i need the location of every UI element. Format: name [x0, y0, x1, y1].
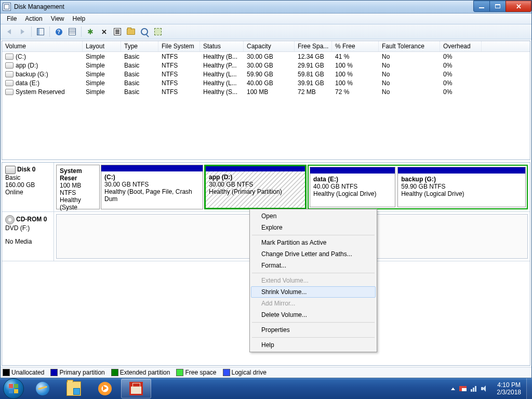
cdrom-label[interactable]: CD-ROM 0 DVD (F:) No Media [2, 212, 54, 261]
disk-state: Online [5, 189, 50, 196]
col-filesystem[interactable]: File System [158, 41, 200, 51]
cm-open[interactable]: Open [251, 210, 376, 222]
cm-shrink-volume[interactable]: Shrink Volume... [251, 286, 376, 298]
start-button[interactable] [3, 378, 24, 399]
part-status: Healthy (Logical Drive) [401, 190, 464, 197]
back-button[interactable] [3, 25, 15, 38]
action-center-icon[interactable] [459, 386, 467, 391]
context-menu[interactable]: Open Explore Mark Partition as Active Ch… [249, 209, 377, 352]
forward-button[interactable] [16, 25, 29, 38]
volume-list-header[interactable]: Volume Layout Type File System Status Ca… [2, 41, 530, 52]
part-name: (C:) [104, 174, 115, 181]
part-name: app (D:) [209, 174, 232, 181]
partition-e[interactable]: data (E:) 40.00 GB NTFS Healthy (Logical… [310, 167, 395, 207]
toolbar-separator [81, 26, 82, 37]
drive-icon [5, 80, 14, 86]
partition-header [398, 167, 525, 174]
col-overhead[interactable]: Overhead [440, 41, 482, 51]
volume-row[interactable]: app (D:)SimpleBasicNTFSHealthy (P...30.0… [2, 61, 530, 70]
partition-system-reserved[interactable]: System Reser 100 MB NTFS Healthy (Syste [56, 165, 100, 209]
volume-row[interactable]: (C:)SimpleBasicNTFSHealthy (B...30.00 GB… [2, 52, 530, 61]
volume-row[interactable]: backup (G:)SimpleBasicNTFSHealthy (L...5… [2, 70, 530, 78]
taskbar[interactable]: 4:10 PM 2/3/2018 [0, 378, 532, 399]
settings-button[interactable] [152, 25, 164, 38]
toolbar-separator [31, 26, 32, 37]
volume-row[interactable]: System ReservedSimpleBasicNTFSHealthy (S… [2, 87, 530, 96]
help-button[interactable]: ? [52, 25, 65, 38]
cm-extend-volume[interactable]: Extend Volume... [251, 275, 376, 286]
menu-file[interactable]: File [3, 14, 21, 23]
part-size: 30.00 GB NTFS [209, 181, 253, 188]
close-button[interactable]: ✕ [506, 1, 531, 12]
show-desktop-button[interactable] [526, 378, 532, 399]
part-size: 59.90 GB NTFS [401, 183, 445, 190]
col-capacity[interactable]: Capacity [244, 41, 295, 51]
partition-d-selected[interactable]: app (D:) 30.00 GB NTFS Healthy (Primary … [204, 165, 307, 209]
partition-g[interactable]: backup (G:) 59.90 GB NTFS Healthy (Logic… [397, 167, 526, 207]
volume-icon[interactable] [481, 385, 487, 392]
partition-header [101, 165, 203, 171]
cm-change-drive-letter[interactable]: Change Drive Letter and Paths... [251, 248, 376, 260]
partition-c[interactable]: (C:) 30.00 GB NTFS Healthy (Boot, Page F… [101, 165, 203, 209]
delete-button[interactable]: ✕ [98, 25, 110, 38]
find-button[interactable] [138, 25, 151, 38]
menu-action[interactable]: Action [21, 14, 46, 23]
system-tray: 4:10 PM 2/3/2018 [447, 378, 532, 399]
maximize-button[interactable] [489, 1, 506, 12]
properties-button[interactable] [111, 25, 124, 38]
drive-icon [5, 62, 14, 69]
part-size: 40.00 GB NTFS [313, 183, 357, 190]
mediaplayer-icon [98, 382, 112, 395]
col-fault[interactable]: Fault Tolerance [379, 41, 440, 51]
partition-header [206, 166, 305, 171]
taskbar-diskmgmt[interactable] [121, 379, 151, 398]
taskbar-ie[interactable] [28, 379, 58, 398]
cm-separator [252, 322, 375, 323]
col-status[interactable]: Status [200, 41, 244, 51]
drive-icon [5, 54, 14, 60]
taskbar-mediaplayer[interactable] [90, 379, 120, 398]
col-pctfree[interactable]: % Free [332, 41, 379, 51]
drive-icon [5, 71, 14, 77]
show-hide-console-button[interactable] [34, 25, 47, 38]
cm-mark-active[interactable]: Mark Partition as Active [251, 237, 376, 248]
col-freespace[interactable]: Free Spa... [295, 41, 332, 51]
part-status: Healthy (Boot, Page File, Crash Dum [104, 188, 192, 203]
titlebar[interactable]: Disk Management ✕ [1, 1, 531, 14]
col-volume[interactable]: Volume [2, 41, 83, 51]
cm-help[interactable]: Help [251, 339, 376, 351]
minimize-button[interactable] [473, 1, 490, 12]
explorer-icon [66, 381, 81, 396]
volume-row[interactable]: data (E:)SimpleBasicNTFSHealthy (L...40.… [2, 78, 530, 87]
cm-delete-volume[interactable]: Delete Volume... [251, 309, 376, 321]
volume-list[interactable]: Volume Layout Type File System Status Ca… [2, 41, 530, 160]
cm-properties[interactable]: Properties [251, 324, 376, 336]
menu-view[interactable]: View [47, 14, 69, 23]
disk-title: Disk 0 [17, 166, 35, 173]
col-layout[interactable]: Layout [83, 41, 121, 51]
menu-help[interactable]: Help [69, 14, 90, 23]
cm-format[interactable]: Format... [251, 260, 376, 271]
disk-0-label[interactable]: Disk 0 Basic 160.00 GB Online [2, 163, 54, 211]
taskbar-explorer[interactable] [59, 379, 89, 398]
part-status: Healthy (Primary Partition) [209, 188, 282, 195]
col-type[interactable]: Type [121, 41, 158, 51]
part-size: 30.00 GB NTFS [104, 181, 149, 188]
part-status: Healthy (Logical Drive) [313, 190, 376, 197]
part-name: backup (G:) [401, 176, 436, 183]
open-button[interactable] [125, 25, 137, 38]
clock[interactable]: 4:10 PM 2/3/2018 [491, 381, 526, 396]
list-button[interactable] [66, 25, 78, 38]
disk-0-row: Disk 0 Basic 160.00 GB Online System Res… [2, 163, 530, 212]
window-controls: ✕ [474, 1, 531, 11]
disk-icon [5, 166, 16, 174]
network-icon[interactable] [471, 385, 477, 392]
cm-add-mirror[interactable]: Add Mirror... [251, 298, 376, 309]
app-icon [3, 3, 11, 11]
tray-show-hidden-icon[interactable] [451, 388, 455, 390]
refresh-button[interactable]: ✱ [84, 25, 97, 38]
toolbox-icon [129, 382, 143, 395]
volume-list-rows: (C:)SimpleBasicNTFSHealthy (B...30.00 GB… [2, 52, 530, 96]
cm-explore[interactable]: Explore [251, 222, 376, 233]
part-status: Healthy (Syste [60, 196, 81, 211]
